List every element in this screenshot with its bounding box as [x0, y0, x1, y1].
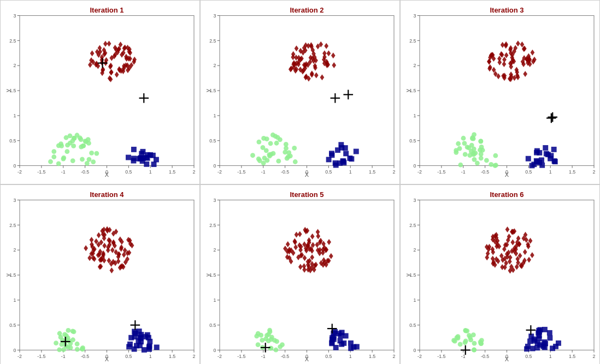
svg-point-899: [458, 342, 463, 347]
svg-point-420: [457, 146, 462, 151]
svg-text:1: 1: [149, 354, 152, 359]
svg-rect-151: [131, 158, 136, 164]
svg-point-125: [81, 144, 86, 148]
svg-point-582: [61, 347, 66, 352]
svg-text:2.5: 2.5: [409, 38, 416, 44]
svg-rect-932: [540, 344, 546, 349]
y-axis-label-5: y: [204, 273, 211, 277]
svg-rect-152: [154, 157, 159, 163]
plot-2: Iteration 2y-2-1.5-1-0.500.511.5200.511.…: [200, 0, 400, 184]
y-axis-label-4: y: [4, 273, 11, 277]
y-axis-label-1: y: [4, 89, 11, 92]
svg-text:0.5: 0.5: [125, 169, 132, 175]
svg-rect-614: [146, 347, 152, 352]
plot-title-5: Iteration 5: [220, 190, 394, 199]
svg-rect-766: [341, 341, 346, 346]
svg-point-438: [463, 152, 468, 157]
svg-rect-930: [535, 341, 540, 346]
svg-rect-298: [329, 151, 334, 156]
svg-text:0.5: 0.5: [525, 169, 532, 175]
x-axis-label-4: X: [105, 356, 109, 362]
svg-rect-299: [333, 160, 338, 166]
svg-text:-2: -2: [17, 169, 22, 175]
svg-text:1: 1: [349, 169, 352, 175]
svg-text:-1: -1: [461, 354, 466, 359]
svg-point-285: [288, 153, 293, 158]
svg-point-406: [461, 136, 466, 141]
svg-point-753: [267, 328, 272, 333]
svg-point-275: [261, 136, 266, 141]
svg-text:1: 1: [13, 297, 16, 303]
svg-text:-0.5: -0.5: [81, 169, 89, 175]
svg-text:-1: -1: [261, 169, 266, 175]
svg-text:0.5: 0.5: [9, 323, 16, 328]
svg-rect-778: [420, 200, 594, 350]
svg-point-261: [256, 140, 261, 145]
svg-rect-922: [556, 341, 561, 346]
svg-rect-295: [354, 149, 359, 154]
svg-rect-772: [331, 337, 337, 342]
svg-point-122: [58, 141, 63, 146]
svg-point-427: [462, 141, 467, 146]
svg-point-282: [276, 159, 281, 164]
svg-rect-294: [343, 151, 349, 156]
svg-point-746: [268, 346, 273, 351]
svg-point-433: [471, 152, 476, 157]
plot-title-1: Iteration 1: [20, 6, 194, 14]
svg-text:3: 3: [213, 13, 216, 19]
svg-text:1: 1: [349, 354, 352, 359]
svg-rect-140: [131, 147, 137, 152]
svg-point-273: [283, 150, 287, 154]
svg-point-415: [478, 148, 483, 153]
svg-point-747: [274, 339, 279, 344]
plot-title-4: Iteration 4: [20, 190, 194, 199]
svg-point-588: [75, 342, 80, 347]
svg-point-279: [270, 133, 275, 138]
svg-text:-1.5: -1.5: [237, 354, 245, 359]
svg-text:-1.5: -1.5: [237, 169, 245, 175]
svg-rect-620: [132, 334, 138, 339]
svg-text:-0.5: -0.5: [281, 354, 289, 359]
svg-point-284: [262, 156, 267, 160]
svg-point-585: [57, 348, 62, 353]
plot-title-2: Iteration 2: [220, 6, 394, 14]
svg-rect-933: [538, 327, 543, 332]
svg-rect-149: [138, 155, 144, 160]
svg-point-751: [256, 331, 261, 336]
svg-point-281: [275, 135, 280, 140]
svg-point-113: [94, 151, 99, 156]
svg-rect-452: [534, 150, 539, 156]
svg-text:3: 3: [13, 13, 16, 19]
svg-point-119: [86, 141, 91, 146]
svg-point-589: [68, 345, 73, 350]
svg-text:1.5: 1.5: [169, 354, 175, 359]
svg-text:2: 2: [213, 247, 216, 253]
svg-text:-0.5: -0.5: [481, 354, 489, 359]
svg-rect-146: [140, 149, 146, 154]
svg-rect-450: [539, 163, 545, 168]
svg-rect-292: [349, 156, 354, 162]
svg-text:2: 2: [213, 63, 216, 68]
svg-point-888: [472, 341, 477, 346]
svg-point-742: [256, 342, 261, 347]
svg-point-120: [61, 156, 66, 160]
svg-text:0: 0: [213, 163, 216, 169]
svg-text:2.5: 2.5: [409, 223, 416, 228]
svg-text:-1: -1: [61, 169, 66, 175]
svg-text:0: 0: [413, 348, 416, 353]
svg-text:3: 3: [213, 198, 216, 203]
svg-text:-1: -1: [261, 354, 266, 359]
svg-text:2: 2: [413, 63, 416, 68]
svg-text:0.5: 0.5: [409, 323, 416, 328]
svg-text:0.5: 0.5: [209, 323, 216, 328]
svg-text:2: 2: [593, 169, 596, 175]
svg-point-593: [72, 329, 77, 334]
svg-text:-1.5: -1.5: [437, 354, 445, 359]
svg-text:0.5: 0.5: [325, 354, 332, 359]
svg-point-905: [468, 338, 473, 343]
svg-point-265: [268, 141, 273, 146]
svg-point-111: [70, 158, 75, 163]
svg-point-437: [470, 136, 475, 141]
svg-rect-925: [547, 335, 552, 341]
svg-text:1: 1: [413, 297, 416, 303]
